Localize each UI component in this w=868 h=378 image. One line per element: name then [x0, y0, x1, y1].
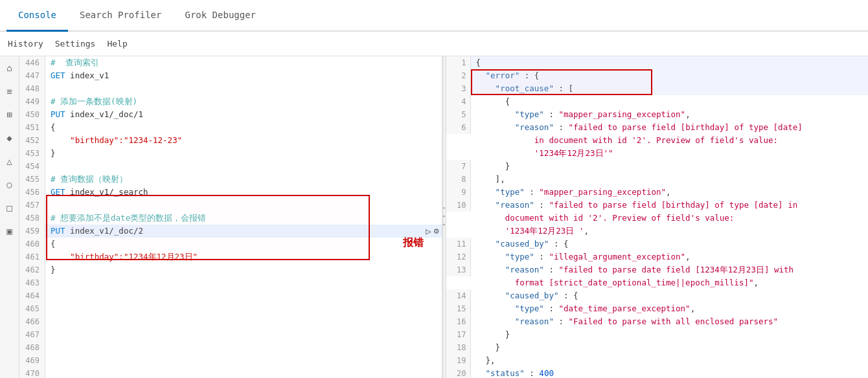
- sidebar-icon-square[interactable]: □: [3, 201, 16, 214]
- output-line-2: 2 "error" : {: [446, 69, 869, 82]
- output-line-6c: '1234年12月23日'": [446, 147, 869, 160]
- editor-line-464: 464: [19, 289, 442, 302]
- output-line-10: 10 "reason" : "failed to parse field [bi…: [446, 199, 869, 212]
- editor-line-459: 459 PUT index_v1/_doc/2 ▷ ⚙: [19, 225, 442, 238]
- tab-grok-debugger[interactable]: Grok Debugger: [173, 0, 268, 32]
- left-sidebar: ⌂ ≡ ⊞ ◆ △ ○ □ ▣: [0, 56, 19, 378]
- output-line-5: 5 "type" : "mapper_parsing_exception",: [446, 108, 869, 121]
- main-area: ⌂ ≡ ⊞ ◆ △ ○ □ ▣ 446 # 查询索引 447 GET index…: [0, 56, 868, 378]
- output-panel[interactable]: 1 { 2 "error" : { 3 "root_cause" : [ 4: [446, 56, 869, 378]
- editor-line-456: 456 GET index_v1/_search: [19, 186, 442, 199]
- output-line-6b: in document with id '2'. Preview of fiel…: [446, 134, 869, 147]
- toolbar: History Settings Help: [0, 32, 868, 56]
- output-line-10b: document with id '2'. Preview of field's…: [446, 212, 869, 225]
- editor-line-458: 458 # 想要添加不是date类型的数据，会报错: [19, 212, 442, 225]
- output-line-3: 3 "root_cause" : [: [446, 82, 869, 95]
- output-line-19: 19 },: [446, 354, 869, 367]
- output-panel-inner: 1 { 2 "error" : { 3 "root_cause" : [ 4: [446, 56, 869, 378]
- editor-line-465: 465: [19, 302, 442, 315]
- output-line-13b: format [strict_date_optional_time||epoch…: [446, 276, 869, 289]
- tab-bar: Console Search Profiler Grok Debugger: [0, 0, 868, 32]
- editor-line-454: 454: [19, 160, 442, 173]
- output-line-10c: '1234年12月23日 ',: [446, 225, 869, 238]
- editor-line-462: 462 }: [19, 263, 442, 276]
- editor-line-453: 453 }: [19, 147, 442, 160]
- editor-line-447: 447 GET index_v1: [19, 69, 442, 82]
- output-line-1: 1 {: [446, 56, 869, 69]
- sidebar-icon-triangle[interactable]: △: [3, 155, 16, 168]
- output-line-13: 13 "reason" : "failed to parse date fiel…: [446, 263, 869, 276]
- editor-line-468: 468: [19, 341, 442, 354]
- editor-line-463: 463: [19, 276, 442, 289]
- app-container: Console Search Profiler Grok Debugger Hi…: [0, 0, 868, 378]
- output-line-4: 4 {: [446, 95, 869, 108]
- editor-line-446: 446 # 查询索引: [19, 56, 442, 69]
- output-line-7: 7 }: [446, 160, 869, 173]
- output-line-17: 17 }: [446, 328, 869, 341]
- toolbar-history[interactable]: History: [8, 39, 43, 49]
- toolbar-settings[interactable]: Settings: [55, 39, 96, 49]
- editor-line-467: 467: [19, 328, 442, 341]
- editor-line-469: 469: [19, 354, 442, 367]
- output-line-20: 20 "status" : 400: [446, 367, 869, 378]
- output-line-15: 15 "type" : "date_time_parse_exception",: [446, 302, 869, 315]
- output-line-16: 16 "reason" : "Failed to parse with all …: [446, 315, 869, 328]
- output-line-9: 9 "type" : "mapper_parsing_exception",: [446, 186, 869, 199]
- code-editor[interactable]: 446 # 查询索引 447 GET index_v1 448 449 # 添加…: [19, 56, 442, 378]
- sidebar-icon-home[interactable]: ⌂: [3, 61, 16, 74]
- editor-line-449: 449 # 添加一条数据(映射): [19, 95, 442, 108]
- output-line-18: 18 }: [446, 341, 869, 354]
- editor-line-455: 455 # 查询数据（映射）: [19, 173, 442, 186]
- editor-line-461: 461 "birthday":"1234年12月23日": [19, 250, 442, 263]
- sidebar-icon-list[interactable]: ≡: [3, 85, 16, 98]
- editor-line-457: 457: [19, 199, 442, 212]
- editor-panel: 446 # 查询索引 447 GET index_v1 448 449 # 添加…: [19, 56, 442, 378]
- output-line-14: 14 "caused_by" : {: [446, 289, 869, 302]
- output-line-12: 12 "type" : "illegal_argument_exception"…: [446, 250, 869, 263]
- run-button[interactable]: ▷: [426, 225, 431, 238]
- tab-console[interactable]: Console: [6, 0, 68, 32]
- editor-line-451: 451 {: [19, 121, 442, 134]
- editor-line-448: 448: [19, 82, 442, 95]
- editor-line-466: 466: [19, 315, 442, 328]
- error-label: 报错: [403, 236, 424, 250]
- sidebar-icon-diamond[interactable]: ◆: [3, 131, 16, 144]
- toolbar-help[interactable]: Help: [107, 39, 127, 49]
- output-line-8: 8 ],: [446, 173, 869, 186]
- output-line-11: 11 "caused_by" : {: [446, 238, 869, 250]
- tab-search-profiler[interactable]: Search Profiler: [68, 0, 173, 32]
- sidebar-icon-box[interactable]: ▣: [3, 225, 16, 238]
- output-line-6: 6 "reason" : "failed to parse field [bir…: [446, 121, 869, 134]
- sidebar-icon-circle[interactable]: ○: [3, 178, 16, 191]
- editor-line-460: 460 {: [19, 238, 442, 250]
- editor-line-450: 450 PUT index_v1/_doc/1: [19, 108, 442, 121]
- editor-line-452: 452 "birthday":"1234-12-23": [19, 134, 442, 147]
- editor-line-470: 470: [19, 367, 442, 378]
- sidebar-icon-grid[interactable]: ⊞: [3, 108, 16, 121]
- settings-icon[interactable]: ⚙: [434, 225, 439, 238]
